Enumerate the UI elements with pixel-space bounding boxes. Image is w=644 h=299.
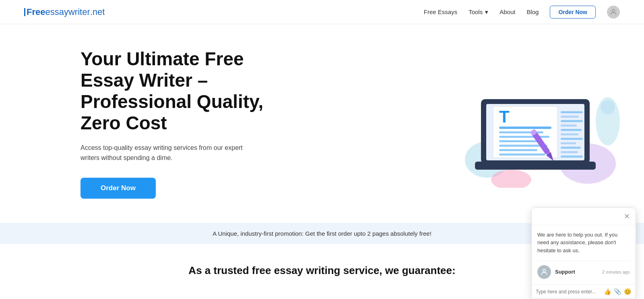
svg-rect-15 (499, 140, 539, 142)
svg-rect-12 (499, 127, 551, 129)
svg-rect-14 (499, 136, 549, 138)
hero-title: Your Ultimate Free Essay Writer – Profes… (80, 48, 290, 134)
emoji-icon[interactable]: 😊 (624, 288, 632, 289)
chat-message: We are here to help you out. If you need… (537, 231, 630, 255)
hero-illustration: T (451, 59, 620, 188)
support-avatar (537, 265, 551, 279)
nav-about[interactable]: About (500, 8, 515, 15)
navbar: Freeessaywriter.net Free Essays Tools ▾ … (0, 0, 644, 24)
hero-section: Your Ultimate Free Essay Writer – Profes… (0, 24, 644, 223)
guarantee-title: As a trusted free essay writing service,… (24, 264, 620, 277)
hero-order-now-button[interactable]: Order Now (80, 178, 156, 199)
support-time: 2 minutes ago (602, 269, 630, 276)
svg-rect-28 (561, 151, 578, 153)
hero-subtitle: Access top-quality essay writing service… (80, 143, 250, 163)
logo[interactable]: Freeessaywriter.net (24, 7, 105, 17)
svg-point-6 (596, 97, 620, 145)
svg-rect-18 (499, 154, 545, 156)
logo-free: Free (27, 7, 45, 17)
svg-text:T: T (499, 107, 510, 126)
svg-rect-20 (561, 116, 579, 118)
chevron-down-icon: ▾ (485, 8, 488, 16)
chat-body: We are here to help you out. If you need… (532, 225, 636, 285)
chat-close-button[interactable]: ✕ (624, 212, 630, 221)
svg-rect-25 (561, 138, 583, 140)
promo-text: A Unique, industry-first promotion: Get … (213, 230, 431, 237)
svg-rect-17 (499, 149, 537, 151)
svg-rect-23 (561, 129, 582, 131)
svg-rect-24 (561, 133, 578, 135)
chat-support-row: Support 2 minutes ago (537, 261, 630, 279)
svg-rect-22 (561, 125, 577, 127)
hero-text: Your Ultimate Free Essay Writer – Profes… (80, 48, 290, 199)
svg-rect-26 (561, 142, 576, 144)
svg-rect-29 (561, 156, 583, 158)
svg-point-33 (543, 269, 546, 272)
chat-input-row: 👍 📎 😊 (532, 284, 636, 289)
logo-domain: .net (90, 7, 105, 17)
nav-tools-label: Tools (469, 8, 483, 15)
nav-links: Free Essays Tools ▾ About Blog Order Now (424, 6, 620, 19)
paperclip-icon[interactable]: 📎 (614, 288, 621, 289)
svg-rect-21 (561, 120, 583, 122)
nav-tools-dropdown[interactable]: Tools ▾ (469, 8, 488, 16)
user-account-icon[interactable] (607, 6, 620, 19)
svg-point-0 (612, 9, 615, 12)
svg-rect-19 (561, 111, 583, 113)
chat-header: ✕ (532, 208, 636, 225)
nav-free-essays[interactable]: Free Essays (424, 8, 457, 15)
chat-widget: ✕ We are here to help you out. If you ne… (531, 208, 636, 289)
nav-order-now-button[interactable]: Order Now (550, 6, 596, 19)
nav-blog[interactable]: Blog (526, 8, 539, 15)
logo-essaywriter: essaywriter (45, 7, 90, 17)
svg-rect-27 (561, 147, 581, 149)
chat-action-icons: 👍 📎 😊 (604, 288, 632, 289)
support-name: Support (555, 269, 575, 275)
thumbs-up-icon[interactable]: 👍 (604, 288, 611, 289)
support-info: Support (555, 268, 598, 276)
